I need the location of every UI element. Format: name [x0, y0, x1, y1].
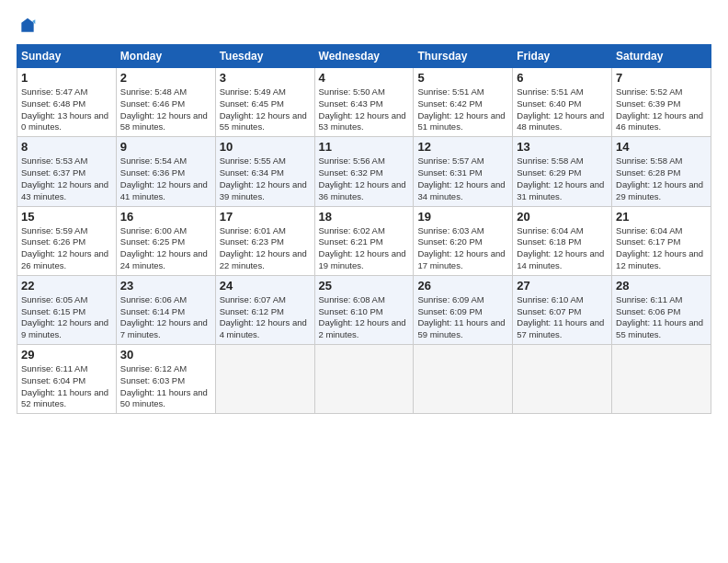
calendar-week-4: 22 Sunrise: 6:05 AMSunset: 6:15 PMDaylig…: [17, 275, 711, 344]
day-info: Sunrise: 5:57 AMSunset: 6:31 PMDaylight:…: [417, 155, 505, 201]
calendar-day-20: 20 Sunrise: 6:04 AMSunset: 6:18 PMDaylig…: [513, 206, 612, 275]
day-info: Sunrise: 5:55 AMSunset: 6:34 PMDaylight:…: [220, 155, 307, 201]
day-header-tuesday: Tuesday: [215, 45, 314, 68]
header: [17, 17, 711, 35]
calendar-day-22: 22 Sunrise: 6:05 AMSunset: 6:15 PMDaylig…: [17, 275, 117, 344]
calendar-day-26: 26 Sunrise: 6:09 AMSunset: 6:09 PMDaylig…: [414, 275, 513, 344]
day-info: Sunrise: 5:47 AMSunset: 6:48 PMDaylight:…: [21, 86, 108, 132]
calendar-day-30: 30 Sunrise: 6:12 AMSunset: 6:03 PMDaylig…: [116, 345, 215, 414]
day-number: 3: [220, 71, 311, 85]
day-info: Sunrise: 5:58 AMSunset: 6:29 PMDaylight:…: [517, 155, 604, 201]
calendar-day-19: 19 Sunrise: 6:03 AMSunset: 6:20 PMDaylig…: [414, 206, 513, 275]
day-info: Sunrise: 5:58 AMSunset: 6:28 PMDaylight:…: [616, 155, 703, 201]
day-info: Sunrise: 6:04 AMSunset: 6:18 PMDaylight:…: [517, 225, 604, 270]
day-number: 12: [417, 140, 508, 154]
day-header-thursday: Thursday: [414, 45, 513, 68]
day-number: 8: [21, 140, 112, 154]
day-number: 26: [417, 279, 508, 293]
day-info: Sunrise: 6:05 AMSunset: 6:15 PMDaylight:…: [21, 294, 108, 339]
empty-cell: [215, 345, 314, 414]
calendar-day-1: 1 Sunrise: 5:47 AMSunset: 6:48 PMDayligh…: [17, 68, 117, 137]
calendar-day-10: 10 Sunrise: 5:55 AMSunset: 6:34 PMDaylig…: [215, 137, 314, 206]
day-info: Sunrise: 5:54 AMSunset: 6:36 PMDaylight:…: [120, 155, 208, 201]
calendar-day-13: 13 Sunrise: 5:58 AMSunset: 6:29 PMDaylig…: [513, 137, 612, 206]
calendar-day-16: 16 Sunrise: 6:00 AMSunset: 6:25 PMDaylig…: [116, 206, 215, 275]
empty-cell: [612, 345, 711, 414]
day-info: Sunrise: 6:00 AMSunset: 6:25 PMDaylight:…: [120, 225, 208, 270]
calendar-day-9: 9 Sunrise: 5:54 AMSunset: 6:36 PMDayligh…: [116, 137, 215, 206]
calendar-day-28: 28 Sunrise: 6:11 AMSunset: 6:06 PMDaylig…: [612, 275, 711, 344]
calendar-day-14: 14 Sunrise: 5:58 AMSunset: 6:28 PMDaylig…: [612, 137, 711, 206]
day-info: Sunrise: 6:01 AMSunset: 6:23 PMDaylight:…: [220, 225, 307, 270]
day-info: Sunrise: 6:02 AMSunset: 6:21 PMDaylight:…: [319, 225, 406, 270]
day-number: 19: [417, 210, 508, 224]
calendar-week-2: 8 Sunrise: 5:53 AMSunset: 6:37 PMDayligh…: [17, 137, 711, 206]
logo-icon: [18, 17, 37, 35]
calendar-day-8: 8 Sunrise: 5:53 AMSunset: 6:37 PMDayligh…: [17, 137, 117, 206]
calendar-day-7: 7 Sunrise: 5:52 AMSunset: 6:39 PMDayligh…: [612, 68, 711, 137]
day-info: Sunrise: 6:11 AMSunset: 6:06 PMDaylight:…: [616, 294, 703, 339]
day-number: 7: [616, 71, 707, 85]
day-number: 21: [616, 210, 707, 224]
day-header-saturday: Saturday: [612, 45, 711, 68]
day-info: Sunrise: 5:49 AMSunset: 6:45 PMDaylight:…: [220, 86, 307, 132]
calendar-day-18: 18 Sunrise: 6:02 AMSunset: 6:21 PMDaylig…: [314, 206, 414, 275]
logo: [17, 17, 37, 35]
empty-cell: [414, 345, 513, 414]
day-info: Sunrise: 6:08 AMSunset: 6:10 PMDaylight:…: [319, 294, 406, 339]
day-number: 15: [21, 210, 112, 224]
calendar-week-5: 29 Sunrise: 6:11 AMSunset: 6:04 PMDaylig…: [17, 345, 711, 414]
day-info: Sunrise: 5:48 AMSunset: 6:46 PMDaylight:…: [120, 86, 208, 132]
day-number: 5: [417, 71, 508, 85]
day-number: 4: [319, 71, 410, 85]
calendar-week-3: 15 Sunrise: 5:59 AMSunset: 6:26 PMDaylig…: [17, 206, 711, 275]
empty-cell: [314, 345, 414, 414]
day-info: Sunrise: 5:52 AMSunset: 6:39 PMDaylight:…: [616, 86, 703, 132]
day-number: 10: [220, 140, 311, 154]
day-number: 24: [220, 279, 311, 293]
day-header-sunday: Sunday: [17, 45, 117, 68]
day-info: Sunrise: 6:10 AMSunset: 6:07 PMDaylight:…: [517, 294, 604, 339]
day-info: Sunrise: 6:12 AMSunset: 6:03 PMDaylight:…: [120, 363, 208, 408]
calendar-body: 1 Sunrise: 5:47 AMSunset: 6:48 PMDayligh…: [17, 68, 711, 414]
day-number: 9: [120, 140, 211, 154]
calendar-day-29: 29 Sunrise: 6:11 AMSunset: 6:04 PMDaylig…: [17, 345, 117, 414]
day-info: Sunrise: 5:56 AMSunset: 6:32 PMDaylight:…: [319, 155, 406, 201]
day-number: 30: [120, 348, 211, 362]
day-number: 25: [319, 279, 410, 293]
page: SundayMondayTuesdayWednesdayThursdayFrid…: [0, 0, 728, 563]
calendar-header-row: SundayMondayTuesdayWednesdayThursdayFrid…: [17, 45, 711, 68]
day-number: 13: [517, 140, 608, 154]
day-info: Sunrise: 6:07 AMSunset: 6:12 PMDaylight:…: [220, 294, 307, 339]
day-info: Sunrise: 5:50 AMSunset: 6:43 PMDaylight:…: [319, 86, 406, 132]
day-number: 18: [319, 210, 410, 224]
calendar-day-24: 24 Sunrise: 6:07 AMSunset: 6:12 PMDaylig…: [215, 275, 314, 344]
calendar-day-21: 21 Sunrise: 6:04 AMSunset: 6:17 PMDaylig…: [612, 206, 711, 275]
calendar: SundayMondayTuesdayWednesdayThursdayFrid…: [17, 44, 711, 414]
day-number: 27: [517, 279, 608, 293]
calendar-day-15: 15 Sunrise: 5:59 AMSunset: 6:26 PMDaylig…: [17, 206, 117, 275]
day-number: 2: [120, 71, 211, 85]
day-header-friday: Friday: [513, 45, 612, 68]
calendar-day-4: 4 Sunrise: 5:50 AMSunset: 6:43 PMDayligh…: [314, 68, 414, 137]
day-number: 29: [21, 348, 112, 362]
day-number: 28: [616, 279, 707, 293]
day-info: Sunrise: 6:03 AMSunset: 6:20 PMDaylight:…: [417, 225, 505, 270]
calendar-week-1: 1 Sunrise: 5:47 AMSunset: 6:48 PMDayligh…: [17, 68, 711, 137]
day-number: 23: [120, 279, 211, 293]
calendar-day-6: 6 Sunrise: 5:51 AMSunset: 6:40 PMDayligh…: [513, 68, 612, 137]
empty-cell: [513, 345, 612, 414]
day-number: 11: [319, 140, 410, 154]
calendar-day-23: 23 Sunrise: 6:06 AMSunset: 6:14 PMDaylig…: [116, 275, 215, 344]
day-info: Sunrise: 5:51 AMSunset: 6:42 PMDaylight:…: [417, 86, 505, 132]
calendar-day-2: 2 Sunrise: 5:48 AMSunset: 6:46 PMDayligh…: [116, 68, 215, 137]
calendar-day-11: 11 Sunrise: 5:56 AMSunset: 6:32 PMDaylig…: [314, 137, 414, 206]
day-header-monday: Monday: [116, 45, 215, 68]
day-info: Sunrise: 5:53 AMSunset: 6:37 PMDaylight:…: [21, 155, 108, 201]
day-info: Sunrise: 6:11 AMSunset: 6:04 PMDaylight:…: [21, 363, 108, 408]
day-header-wednesday: Wednesday: [314, 45, 414, 68]
day-info: Sunrise: 5:51 AMSunset: 6:40 PMDaylight:…: [517, 86, 604, 132]
calendar-day-17: 17 Sunrise: 6:01 AMSunset: 6:23 PMDaylig…: [215, 206, 314, 275]
day-info: Sunrise: 6:06 AMSunset: 6:14 PMDaylight:…: [120, 294, 208, 339]
day-number: 17: [220, 210, 311, 224]
